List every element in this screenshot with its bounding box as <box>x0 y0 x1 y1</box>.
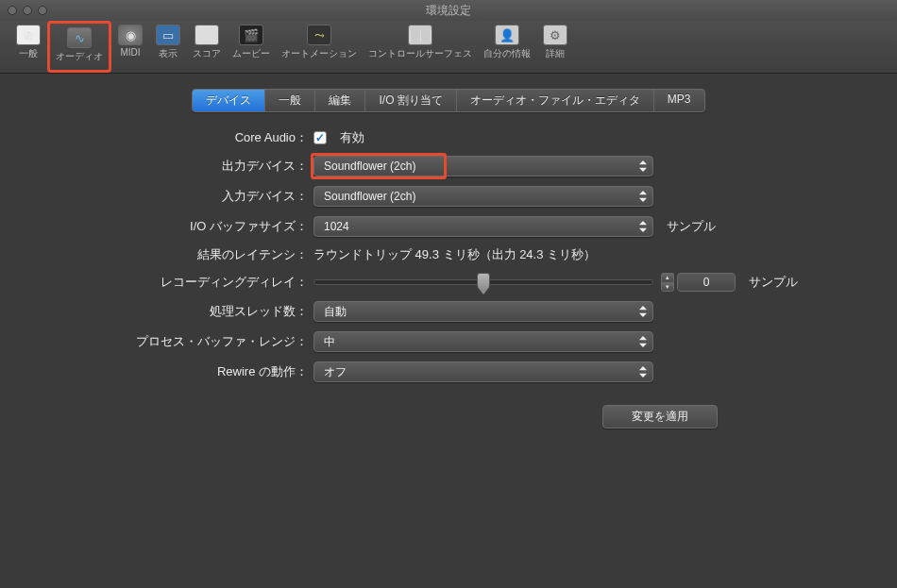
score-icon: ♫ <box>195 25 219 45</box>
chevron-up-icon[interactable]: ▴ <box>661 273 674 282</box>
toolbar-my-info[interactable]: 👤 自分の情報 <box>478 21 536 73</box>
gear-icon: ⚙ <box>543 25 567 45</box>
toolbar-movie[interactable]: 🎬 ムービー <box>227 21 276 73</box>
core-audio-value: 有効 <box>340 129 364 146</box>
latency-label: 結果のレイテンシ： <box>28 246 313 263</box>
general-icon: ⎚ <box>16 25 41 45</box>
toolbar-midi[interactable]: ◉ MIDI <box>111 21 149 73</box>
sub-tabs: デバイス 一般 編集 I/O 割り当て オーディオ・ファイル・エディタ MP3 <box>28 89 869 112</box>
person-icon: 👤 <box>495 25 519 45</box>
threads-label: 処理スレッド数： <box>28 303 313 320</box>
rewire-select[interactable]: オフ <box>313 361 653 382</box>
display-icon: ▭ <box>156 25 180 45</box>
tab-device[interactable]: デバイス <box>193 90 264 111</box>
sample-suffix-2: サンプル <box>749 274 798 291</box>
process-buffer-select[interactable]: 中 <box>313 331 653 352</box>
movie-icon: 🎬 <box>239 25 263 45</box>
control-surfaces-icon: ❘❘❘ <box>408 25 432 45</box>
io-buffer-select[interactable]: 1024 <box>313 216 653 237</box>
core-audio-label: Core Audio： <box>28 129 313 146</box>
process-buffer-label: プロセス・バッファ・レンジ： <box>28 333 313 350</box>
latency-value: ラウンドトリップ 49.3 ミリ秒（出力 24.3 ミリ秒） <box>313 246 596 263</box>
apply-button[interactable]: 変更を適用 <box>602 405 718 428</box>
tab-audio-file-editor[interactable]: オーディオ・ファイル・エディタ <box>456 90 653 111</box>
output-device-select[interactable]: Soundflower (2ch) <box>313 156 653 176</box>
tab-io-assign[interactable]: I/O 割り当て <box>364 90 455 111</box>
midi-icon: ◉ <box>118 25 143 45</box>
recording-delay-slider[interactable] <box>313 279 653 285</box>
toolbar-display[interactable]: ▭ 表示 <box>149 21 187 73</box>
toolbar-automation[interactable]: ⤳ オートメーション <box>276 21 363 73</box>
recording-delay-label: レコーディングディレイ： <box>28 274 313 291</box>
window-title: 環境設定 <box>0 3 897 19</box>
tab-edit[interactable]: 編集 <box>314 90 364 111</box>
recording-delay-value[interactable]: 0 <box>677 273 736 292</box>
output-device-label: 出力デバイス： <box>28 158 313 175</box>
recording-delay-stepper[interactable]: ▴ ▾ 0 <box>661 273 736 292</box>
titlebar: 環境設定 <box>0 0 897 21</box>
audio-icon: ∿ <box>67 27 92 48</box>
core-audio-checkbox[interactable] <box>313 131 327 144</box>
toolbar: ⎚ 一般 ∿ オーディオ ◉ MIDI ▭ 表示 ♫ スコア 🎬 ムービー ⤳ … <box>0 21 897 74</box>
tab-mp3[interactable]: MP3 <box>653 90 704 111</box>
input-device-select[interactable]: Soundflower (2ch) <box>313 186 653 207</box>
sample-suffix: サンプル <box>667 218 716 235</box>
tab-general[interactable]: 一般 <box>264 90 314 111</box>
toolbar-control-surfaces[interactable]: ❘❘❘ コントロールサーフェス <box>363 21 478 73</box>
toolbar-score[interactable]: ♫ スコア <box>187 21 227 73</box>
toolbar-advanced[interactable]: ⚙ 詳細 <box>536 21 574 73</box>
io-buffer-label: I/O バッファサイズ： <box>28 218 313 235</box>
rewire-label: Rewire の動作： <box>28 363 313 380</box>
input-device-label: 入力デバイス： <box>28 188 313 205</box>
automation-icon: ⤳ <box>307 25 331 45</box>
slider-thumb-icon[interactable] <box>477 273 490 292</box>
chevron-down-icon[interactable]: ▾ <box>661 282 674 292</box>
toolbar-audio[interactable]: ∿ オーディオ <box>47 21 111 73</box>
threads-select[interactable]: 自動 <box>313 301 653 322</box>
toolbar-general[interactable]: ⎚ 一般 <box>9 21 47 73</box>
